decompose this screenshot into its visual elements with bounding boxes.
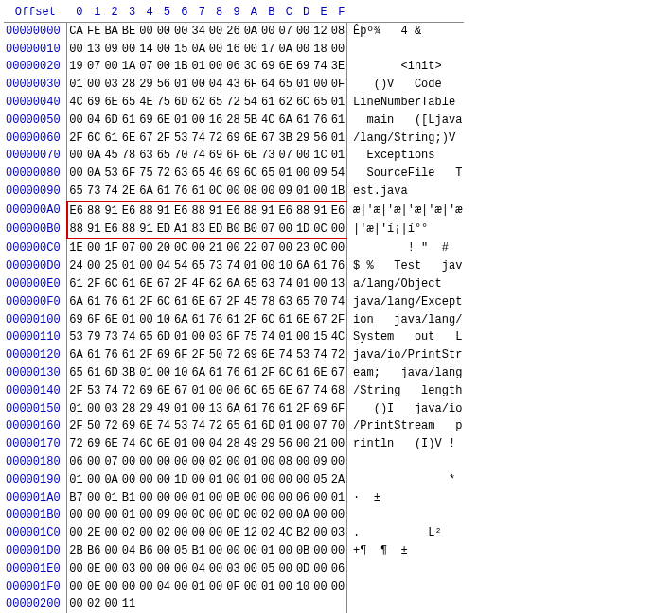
hex-byte: 00 bbox=[137, 506, 154, 524]
hex-byte: 09 bbox=[276, 183, 293, 202]
ascii-cell: System out L bbox=[347, 328, 465, 346]
hex-byte: 0C bbox=[172, 238, 189, 257]
hex-byte: 6A bbox=[189, 364, 206, 382]
hex-byte: 06 bbox=[224, 382, 241, 400]
hex-byte: 91 bbox=[155, 202, 172, 220]
offset-cell: 00000020 bbox=[4, 58, 67, 76]
hex-byte: 65 bbox=[259, 382, 276, 400]
ascii-cell: /String length bbox=[347, 382, 465, 400]
hex-byte: 91 bbox=[137, 220, 154, 239]
hex-byte: 00 bbox=[276, 489, 293, 507]
hex-byte: 91 bbox=[207, 202, 224, 220]
hex-byte: 00 bbox=[189, 524, 206, 542]
hex-byte: 01 bbox=[189, 489, 206, 507]
hex-byte: 04 bbox=[155, 578, 172, 596]
hex-byte: 4C bbox=[276, 524, 293, 542]
hex-byte: 54 bbox=[329, 165, 347, 183]
hex-byte: 01 bbox=[172, 76, 189, 94]
hex-byte: 00 bbox=[276, 220, 293, 239]
hex-byte: 2B bbox=[67, 542, 85, 560]
hex-byte: 00 bbox=[294, 328, 311, 346]
hex-byte: 25 bbox=[102, 257, 119, 275]
hex-byte: 1B bbox=[329, 183, 347, 202]
ascii-cell bbox=[347, 41, 465, 59]
hex-byte: 01 bbox=[120, 311, 137, 329]
hex-byte: 54 bbox=[172, 257, 189, 275]
hex-byte: 06 bbox=[224, 58, 241, 76]
hex-byte: 72 bbox=[155, 165, 172, 183]
hex-byte: 01 bbox=[207, 471, 224, 489]
hex-byte: BE bbox=[120, 22, 137, 40]
col-header: 9 bbox=[224, 4, 241, 22]
hex-byte: 10 bbox=[172, 364, 189, 382]
hex-byte: 73 bbox=[207, 257, 224, 275]
hex-byte: 62 bbox=[276, 94, 293, 112]
hex-byte: 08 bbox=[276, 453, 293, 471]
hex-byte: 49 bbox=[242, 435, 259, 453]
ascii-cell: <init> bbox=[347, 58, 465, 76]
offset-header: Offset bbox=[4, 4, 67, 22]
hex-byte: 65 bbox=[137, 328, 154, 346]
hex-byte: 6E bbox=[311, 364, 328, 382]
hex-byte: 6D bbox=[102, 364, 119, 382]
offset-cell: 00000160 bbox=[4, 417, 67, 435]
hex-byte: 00 bbox=[155, 453, 172, 471]
hex-byte: 69 bbox=[137, 112, 154, 130]
hex-byte: 00 bbox=[311, 76, 328, 94]
hex-byte: 6E bbox=[189, 293, 206, 311]
hex-byte: 00 bbox=[172, 506, 189, 524]
hex-byte: 00 bbox=[224, 453, 241, 471]
hex-byte: 61 bbox=[294, 112, 311, 130]
hex-byte: 65 bbox=[224, 417, 241, 435]
col-header: D bbox=[294, 4, 311, 22]
hex-byte: 65 bbox=[189, 165, 206, 183]
hex-byte: 03 bbox=[224, 560, 241, 578]
hex-byte: 26 bbox=[224, 22, 241, 40]
hex-byte: 12 bbox=[242, 524, 259, 542]
hex-byte: 67 bbox=[172, 382, 189, 400]
hex-byte: 21 bbox=[311, 435, 328, 453]
hex-byte: 28 bbox=[120, 400, 137, 418]
offset-cell: 000000B0 bbox=[4, 220, 67, 239]
hex-byte: 74 bbox=[329, 293, 347, 311]
hex-byte: 07 bbox=[259, 220, 276, 239]
hex-byte: 74 bbox=[120, 435, 137, 453]
hex-byte: 63 bbox=[172, 165, 189, 183]
hex-byte bbox=[224, 595, 241, 613]
hex-byte: 67 bbox=[294, 382, 311, 400]
hex-byte: 00 bbox=[189, 112, 206, 130]
hex-byte: 09 bbox=[102, 41, 119, 59]
ascii-cell bbox=[347, 578, 465, 596]
hex-byte: 00 bbox=[85, 257, 102, 275]
hex-byte: 00 bbox=[311, 524, 328, 542]
hex-byte: 53 bbox=[67, 328, 85, 346]
hex-byte: 69 bbox=[311, 400, 328, 418]
hex-byte: 69 bbox=[259, 58, 276, 76]
hex-byte: 16 bbox=[224, 41, 241, 59]
hex-byte: 74 bbox=[189, 147, 206, 165]
hex-byte: 6E bbox=[276, 58, 293, 76]
hex-byte: 61 bbox=[120, 275, 137, 293]
hex-byte: 00 bbox=[329, 220, 347, 239]
hex-byte: 76 bbox=[311, 112, 328, 130]
hex-byte: 73 bbox=[259, 147, 276, 165]
hex-byte: 00 bbox=[102, 524, 119, 542]
hex-byte: 75 bbox=[155, 94, 172, 112]
hex-byte: 0C bbox=[189, 506, 206, 524]
hex-byte: 00 bbox=[137, 22, 154, 40]
hex-byte: 2E bbox=[85, 524, 102, 542]
hex-byte: 00 bbox=[311, 183, 328, 202]
hex-byte: 00 bbox=[102, 560, 119, 578]
hex-byte: 91 bbox=[259, 202, 276, 220]
hex-byte: 6C bbox=[242, 165, 259, 183]
hex-byte: 00 bbox=[67, 147, 85, 165]
col-header: 8 bbox=[207, 4, 224, 22]
hex-byte: 00 bbox=[189, 238, 206, 257]
hex-byte: ED bbox=[155, 220, 172, 239]
hex-byte: 01 bbox=[294, 76, 311, 94]
hex-byte: 01 bbox=[137, 364, 154, 382]
hex-byte bbox=[207, 595, 224, 613]
hex-byte: 01 bbox=[120, 506, 137, 524]
hex-byte: 6F bbox=[120, 165, 137, 183]
hex-byte: 00 bbox=[137, 257, 154, 275]
